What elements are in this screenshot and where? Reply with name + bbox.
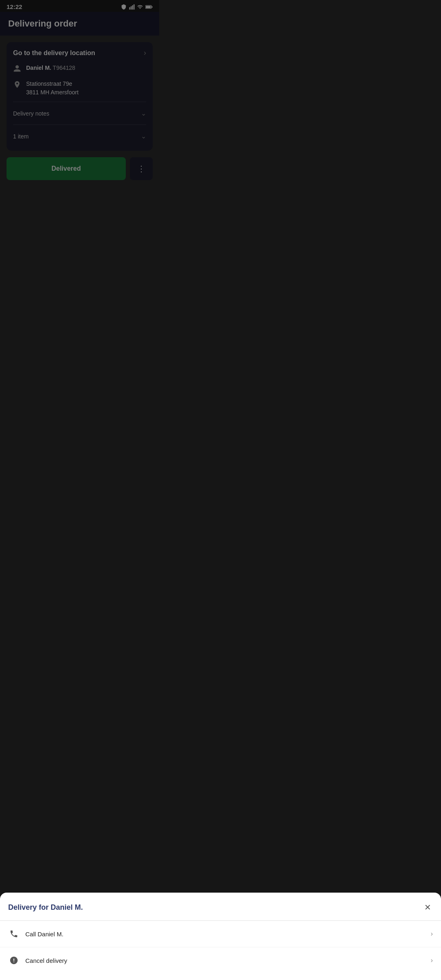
overlay[interactable] <box>0 0 159 345</box>
